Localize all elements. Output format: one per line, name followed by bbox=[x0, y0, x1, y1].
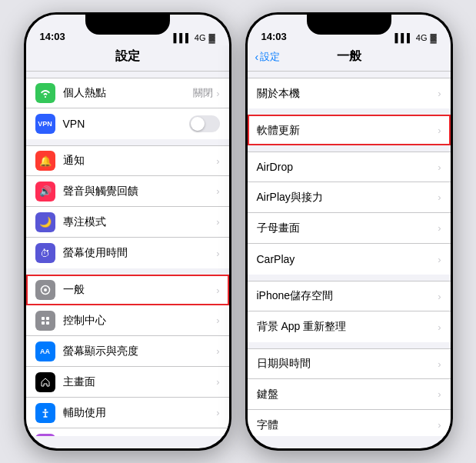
hotspot-icon bbox=[35, 83, 55, 103]
item-screentime[interactable]: ⏱ 螢幕使用時間 › bbox=[26, 238, 229, 268]
font-label: 字體 bbox=[257, 418, 438, 432]
item-keyboard[interactable]: 鍵盤 › bbox=[248, 379, 451, 410]
item-display[interactable]: AA 螢幕顯示與亮度 › bbox=[26, 336, 229, 367]
item-hotspot[interactable]: 個人熱點 關閉 › bbox=[26, 78, 229, 108]
display-label: 螢幕顯示與亮度 bbox=[63, 345, 217, 358]
carplay-label: CarPlay bbox=[257, 253, 438, 265]
about-chevron: › bbox=[438, 88, 441, 99]
item-child-screen[interactable]: 子母畫面 › bbox=[248, 213, 451, 244]
child-screen-label: 子母畫面 bbox=[257, 222, 438, 235]
item-sound[interactable]: 🔊 聲音與觸覺回饋 › bbox=[26, 176, 229, 207]
scroll-left[interactable]: 個人熱點 關閉 › VPN VPN 🔔 通知 › bbox=[26, 72, 229, 436]
screentime-icon: ⏱ bbox=[35, 243, 55, 263]
display-chevron: › bbox=[216, 345, 219, 357]
notch-right bbox=[307, 15, 391, 35]
section-4-right: iPhone儲存空間 › 背景 App 重新整理 › bbox=[248, 281, 451, 342]
airplay-chevron: › bbox=[438, 192, 441, 203]
airdrop-label: AirDrop bbox=[257, 161, 438, 173]
item-wallpaper[interactable]: 🌸 背景圖片 › bbox=[26, 428, 229, 436]
hotspot-chevron: › bbox=[216, 88, 219, 99]
general-chevron: › bbox=[216, 285, 219, 296]
section-3-right: AirDrop › AirPlay與接力 › 子母畫面 › CarPlay › bbox=[248, 152, 451, 275]
status-icons-left: ▌▌▌ 4G ▓ bbox=[173, 33, 215, 42]
vpn-label: VPN bbox=[63, 118, 189, 130]
vpn-toggle-thumb bbox=[191, 117, 205, 131]
item-iphone-storage[interactable]: iPhone儲存空間 › bbox=[248, 281, 451, 311]
control-icon bbox=[35, 311, 55, 331]
section-1-right: 關於本機 › bbox=[248, 78, 451, 108]
item-bg-app[interactable]: 背景 App 重新整理 › bbox=[248, 311, 451, 342]
keyboard-label: 鍵盤 bbox=[257, 388, 438, 401]
back-button[interactable]: ‹ 設定 bbox=[255, 50, 281, 64]
display-icon: AA bbox=[35, 341, 55, 361]
bg-app-label: 背景 App 重新整理 bbox=[257, 320, 438, 334]
section-2-left: 🔔 通知 › 🔊 聲音與觸覺回饋 › 🌙 專注模式 › ⏱ 螢幕使用時間 bbox=[26, 145, 229, 268]
datetime-chevron: › bbox=[438, 358, 441, 370]
item-notify[interactable]: 🔔 通知 › bbox=[26, 145, 229, 176]
airdrop-chevron: › bbox=[438, 162, 441, 173]
section-3-left: 一般 › 控制中心 › AA 螢幕顯示與亮度 › bbox=[26, 275, 229, 436]
item-carplay[interactable]: CarPlay › bbox=[248, 244, 451, 275]
datetime-label: 日期與時間 bbox=[257, 357, 438, 371]
item-general[interactable]: 一般 › bbox=[26, 275, 229, 305]
item-home[interactable]: 主畫面 › bbox=[26, 367, 229, 398]
page-header-left: 設定 bbox=[26, 45, 229, 72]
home-icon bbox=[35, 372, 55, 392]
font-chevron: › bbox=[438, 419, 441, 431]
vpn-icon: VPN bbox=[35, 114, 55, 134]
phone-left: 14:03 ▌▌▌ 4G ▓ 設定 個人熱點 關閉 › bbox=[24, 12, 231, 451]
access-chevron: › bbox=[216, 407, 219, 418]
sw-update-chevron: › bbox=[438, 125, 441, 136]
page-header-right: ‹ 設定 一般 bbox=[248, 45, 451, 72]
general-icon bbox=[35, 280, 55, 300]
wallpaper-icon: 🌸 bbox=[35, 434, 55, 437]
time-left: 14:03 bbox=[40, 31, 65, 42]
network-right: 4G bbox=[416, 33, 428, 42]
signal-right: ▌▌▌ bbox=[394, 33, 412, 42]
signal-left: ▌▌▌ bbox=[173, 33, 191, 42]
notify-label: 通知 bbox=[63, 154, 217, 168]
item-access[interactable]: 輔助使用 › bbox=[26, 398, 229, 428]
item-focus[interactable]: 🌙 專注模式 › bbox=[26, 207, 229, 238]
access-label: 輔助使用 bbox=[63, 406, 217, 420]
hotspot-value: 關閉 bbox=[193, 86, 213, 100]
sound-label: 聲音與觸覺回饋 bbox=[63, 185, 217, 198]
back-chevron-icon: ‹ bbox=[255, 51, 259, 63]
airplay-label: AirPlay與接力 bbox=[257, 191, 438, 205]
item-vpn[interactable]: VPN VPN bbox=[26, 108, 229, 139]
hotspot-label: 個人熱點 bbox=[63, 86, 194, 100]
control-label: 控制中心 bbox=[63, 314, 217, 328]
screentime-chevron: › bbox=[216, 248, 219, 259]
item-datetime[interactable]: 日期與時間 › bbox=[248, 348, 451, 379]
child-screen-chevron: › bbox=[438, 222, 441, 234]
keyboard-chevron: › bbox=[438, 388, 441, 400]
item-about[interactable]: 關於本機 › bbox=[248, 78, 451, 108]
item-control[interactable]: 控制中心 › bbox=[26, 305, 229, 336]
sound-icon: 🔊 bbox=[35, 182, 55, 202]
battery-left: ▓ bbox=[208, 33, 215, 42]
home-chevron: › bbox=[216, 376, 219, 388]
time-right: 14:03 bbox=[261, 31, 287, 42]
svg-rect-3 bbox=[46, 317, 49, 320]
general-label: 一般 bbox=[63, 283, 217, 297]
item-sw-update[interactable]: 軟體更新 › bbox=[248, 115, 451, 145]
focus-label: 專注模式 bbox=[63, 215, 217, 229]
item-airdrop[interactable]: AirDrop › bbox=[248, 152, 451, 182]
sw-update-label: 軟體更新 bbox=[257, 124, 438, 138]
scroll-right[interactable]: 關於本機 › 軟體更新 › AirDrop › AirPlay與接力 bbox=[248, 72, 451, 436]
svg-point-6 bbox=[44, 408, 46, 411]
status-icons-right: ▌▌▌ 4G ▓ bbox=[394, 33, 436, 42]
header-title-right: 一般 bbox=[337, 48, 361, 65]
about-label: 關於本機 bbox=[257, 87, 438, 101]
svg-rect-5 bbox=[46, 321, 49, 325]
control-chevron: › bbox=[216, 315, 219, 326]
item-font[interactable]: 字體 › bbox=[248, 410, 451, 436]
phone-right: 14:03 ▌▌▌ 4G ▓ ‹ 設定 一般 關於本機 › bbox=[245, 12, 453, 451]
screentime-label: 螢幕使用時間 bbox=[63, 246, 217, 260]
item-airplay[interactable]: AirPlay與接力 › bbox=[248, 182, 451, 213]
notch-left bbox=[85, 15, 170, 35]
focus-chevron: › bbox=[216, 216, 219, 228]
vpn-toggle[interactable] bbox=[189, 115, 220, 132]
svg-point-1 bbox=[44, 288, 47, 291]
network-left: 4G bbox=[195, 33, 206, 42]
